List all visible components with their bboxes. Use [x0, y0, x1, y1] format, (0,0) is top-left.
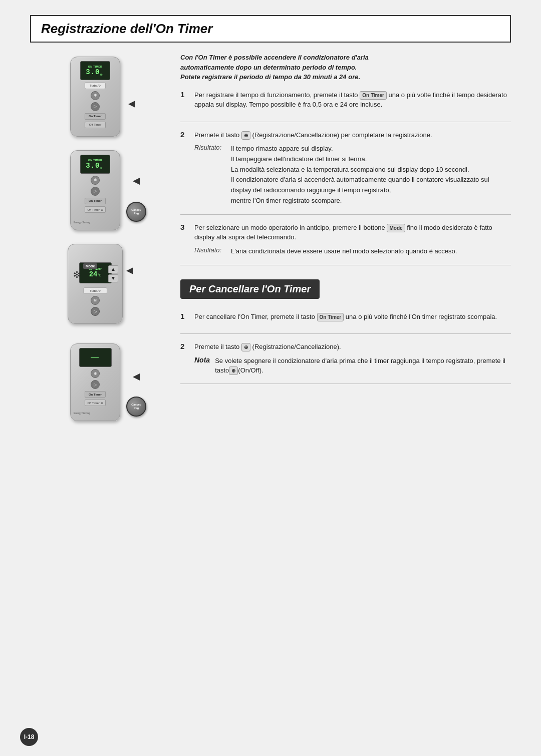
btn-on-timer-1[interactable]: On Timer: [85, 113, 106, 120]
arrow-cancel-2: Cancel/ Reg: [126, 178, 146, 222]
step-1-section: 1 Per registrare il tempo di funzionamen…: [180, 90, 511, 122]
remote-3-wrapper: ✻ Mode SET TEMP 24 °C: [30, 240, 160, 327]
display-hz-2: Hr.: [100, 167, 103, 170]
display-hz-1: Hr.: [100, 73, 103, 76]
on-timer-inline-btn-1: On Timer: [360, 91, 387, 100]
intro-line3: Potete registrare il periodo di tempo da…: [180, 73, 360, 81]
btn-off-timer-2[interactable]: Off Timer ⊕: [85, 206, 106, 213]
step-2-num: 2: [180, 130, 188, 140]
remote-1: ON TIMER 3.0 Hr. Turbo/↻ ❄ ▷: [70, 57, 120, 137]
remote-4-wrapper: — ❄ ▷ On Timer Off Timer ⊕ Energy Saving: [30, 338, 160, 426]
cancel-label2-2: Reg: [134, 212, 139, 215]
left-panel: ON TIMER 3.0 Hr. Turbo/↻ ❄ ▷: [30, 53, 170, 756]
cancel-step-1-text: Per cancellare l'On Timer, premete il ta…: [194, 312, 497, 322]
display-time-1: 3.0: [86, 68, 100, 76]
step-2-text: Premete il tasto ⊕ (Registrazione/Cancel…: [194, 130, 432, 140]
cancel-btn-2[interactable]: Cancel/ Reg: [126, 202, 146, 222]
remote-2-display: ON TIMER 3.0 Hr.: [80, 155, 110, 174]
btn-flow-3[interactable]: ▷: [91, 307, 100, 316]
arrow-cancel-4: Cancel/ Reg: [126, 373, 146, 417]
btn-turbo-3[interactable]: Turbo/↻: [83, 287, 107, 294]
btn-fan-4[interactable]: ❄: [91, 369, 100, 378]
display-blank-4: —: [91, 353, 100, 362]
intro-line2: automaticamente dopo un determinato peri…: [180, 64, 357, 71]
cancel-btn-4[interactable]: Cancel/ Reg: [126, 397, 146, 417]
main-content: ON TIMER 3.0 Hr. Turbo/↻ ❄ ▷: [30, 53, 511, 756]
page-number: I-18: [20, 728, 38, 746]
btn-turbo-1[interactable]: Turbo/↻: [85, 82, 106, 89]
cancel-heading-wrapper: Per Cancellare l'On Timer: [180, 274, 511, 306]
cancel-step-1-section: 1 Per cancellare l'On Timer, premete il …: [180, 312, 511, 334]
remote-1-wrapper: ON TIMER 3.0 Hr. Turbo/↻ ❄ ▷: [30, 53, 160, 140]
page: Registrazione dell'On Timer ON TIMER 3.0…: [0, 0, 541, 756]
cancel-label-2: Cancel/: [131, 208, 141, 212]
reg-canc-btn-1: ⊕: [241, 131, 250, 140]
risultato-text-2: Il tempo rimasto appare sul display. Il …: [231, 144, 511, 206]
right-panel: Con l'On Timer è possibile accendere il …: [170, 53, 511, 756]
btn-mode-4[interactable]: ▷: [91, 380, 100, 389]
nota-label: Nota: [194, 356, 210, 375]
btn-fan-1[interactable]: ❄: [91, 91, 100, 100]
cancel-step-2-text: Premete il tasto ⊕ (Registrazione/Cancel…: [194, 342, 341, 352]
step-3-text: Per selezionare un modo operatorio in an…: [194, 223, 511, 242]
cancel-step-2-num: 2: [180, 342, 188, 352]
arrow-indicator-1: [128, 101, 135, 108]
risultato-label-2: Risultato:: [194, 144, 227, 206]
energy-saving-label-2: Energy Saving: [74, 221, 90, 224]
remote-2-wrapper: ON TIMER 3.0 Hr. ❄ ▷ On Timer Off Timer …: [30, 146, 160, 234]
remote-2: ON TIMER 3.0 Hr. ❄ ▷ On Timer Off Timer …: [70, 150, 120, 230]
step-3-row: 3 Per selezionare un modo operatorio in …: [180, 223, 511, 242]
display-time-2: 3.0: [86, 162, 100, 170]
nota-row: Nota Se volete spegnere il condizionator…: [194, 356, 511, 375]
step-3-num: 3: [180, 223, 188, 242]
mode-inline-btn: Mode: [387, 224, 405, 232]
btn-on-timer-4[interactable]: On Timer: [85, 391, 106, 398]
step-1-text: Per registrare il tempo di funzionamento…: [194, 90, 511, 110]
btn-temp-down[interactable]: ▼: [108, 274, 118, 282]
step-3-section: 3 Per selezionare un modo operatorio in …: [180, 223, 511, 265]
cancel-section-heading: Per Cancellare l'On Timer: [180, 279, 320, 299]
risultato-label-3: Risultato:: [194, 246, 227, 257]
result-3-row: Risultato: L'aria condizionata deve esse…: [194, 246, 511, 257]
celsius-sign: °C: [97, 273, 101, 277]
arrow-mode-3: [126, 267, 133, 274]
step-1-num: 1: [180, 90, 188, 110]
btn-fan-2[interactable]: ❄: [91, 176, 100, 185]
btn-mode-1[interactable]: ▷: [91, 102, 100, 111]
cancel-step-2-row: 2 Premete il tasto ⊕ (Registrazione/Canc…: [180, 342, 511, 352]
btn-off-timer-4[interactable]: Off Timer ⊕: [85, 400, 106, 406]
btn-temp-up[interactable]: ▲: [108, 265, 118, 273]
reg-canc-btn-cancel: ⊕: [241, 343, 250, 351]
turbo-label-1: Turbo/↻: [90, 84, 101, 87]
temp-value: 24: [89, 270, 98, 278]
btn-mode-2[interactable]: ▷: [91, 187, 100, 196]
cancel-step-1-num: 1: [180, 312, 188, 322]
btn-fan-3[interactable]: ❄: [91, 296, 100, 305]
result-2-row: Risultato: Il tempo rimasto appare sul d…: [194, 144, 511, 206]
page-title: Registrazione dell'On Timer: [41, 21, 500, 37]
cancel-label2-4: Reg: [134, 407, 139, 410]
step-2-row: 2 Premete il tasto ⊕ (Registrazione/Canc…: [180, 130, 511, 140]
nota-text: Se volete spegnere il condizionatore d'a…: [215, 356, 511, 375]
intro-text: Con l'On Timer è possibile accendere il …: [180, 53, 511, 82]
energy-saving-label-4: Energy Saving: [74, 412, 90, 415]
remote-4-display: —: [79, 348, 112, 367]
onoff-btn: ⊕: [229, 366, 238, 375]
cancel-label-4: Cancel/: [131, 403, 141, 407]
mode-btn-display[interactable]: Mode: [83, 263, 97, 269]
step-2-section: 2 Premete il tasto ⊕ (Registrazione/Canc…: [180, 130, 511, 215]
intro-line1: Con l'On Timer è possibile accendere il …: [180, 54, 369, 61]
step-1-row: 1 Per registrare il tempo di funzionamen…: [180, 90, 511, 110]
on-timer-inline-btn-cancel: On Timer: [317, 313, 344, 321]
cancel-step-1-row: 1 Per cancellare l'On Timer, premete il …: [180, 312, 511, 322]
btn-on-timer-2[interactable]: On Timer: [85, 198, 106, 204]
snowflake-icon: ✻: [73, 269, 81, 280]
cancel-step-2-section: 2 Premete il tasto ⊕ (Registrazione/Canc…: [180, 342, 511, 384]
remote-4: — ❄ ▷ On Timer Off Timer ⊕ Energy Saving: [70, 343, 120, 421]
remote-3: ✻ Mode SET TEMP 24 °C: [68, 244, 123, 324]
title-bar: Registrazione dell'On Timer: [30, 15, 511, 43]
remote-1-display: ON TIMER 3.0 Hr.: [80, 61, 110, 80]
temp-arrows: ▲ ▼: [108, 265, 118, 282]
risultato-text-3: L'aria condizionata deve essere usare ne…: [231, 246, 457, 257]
btn-off-timer-1[interactable]: Off Timer: [85, 122, 106, 128]
